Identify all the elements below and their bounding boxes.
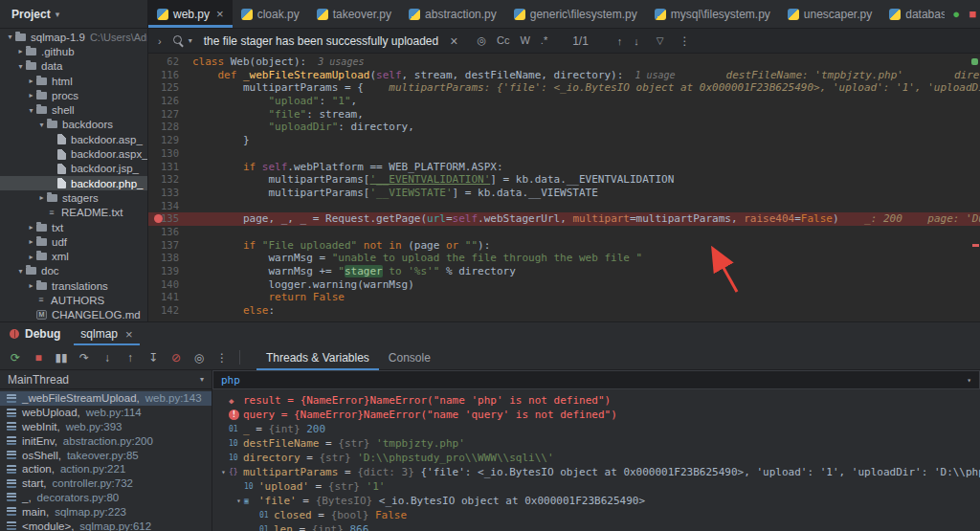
more-icon[interactable]: ⋮ [215,352,229,364]
tree-item-AUTHORS[interactable]: AUTHORS [0,293,147,307]
tree-chevron-icon[interactable]: ▸ [26,237,36,246]
search-toggle[interactable]: Cc [497,34,509,47]
tree-item-README.txt[interactable]: README.txt [0,206,147,220]
tree-item-CHANGELOG.md[interactable]: CHANGELOG.md [0,308,147,321]
search-filter-icon[interactable]: ▽ [657,35,664,46]
frame-row[interactable]: initEnv,abstraction.py:200 [0,433,212,448]
search-more-icon[interactable]: ⋮ [679,34,691,48]
tree-chevron-icon[interactable]: ▸ [26,253,36,261]
rerun-icon[interactable]: ⟳ [9,352,22,364]
tree-chevron-icon[interactable]: ▸ [26,91,36,100]
scrollbar[interactable] [970,55,980,321]
tree-item-backdoor.php_[interactable]: backdoor.php_ [0,176,147,190]
variable-row[interactable]: !query = {NameError}NameError("name 'que… [212,408,980,422]
search-toggle[interactable]: ◎ [477,34,486,47]
tab-close-icon[interactable]: × [216,7,224,21]
search-icon[interactable] [173,35,185,47]
code-line-137[interactable]: 137 if "File uploaded" not in (page or "… [148,239,980,253]
tree-item-backdoor.asp_[interactable]: backdoor.asp_ [0,132,147,146]
variable-row[interactable]: 10destFileName = {str} 'tmpbjzty.php' [212,436,980,451]
tree-item-backdoor.aspx_[interactable]: backdoor.aspx_ [0,146,147,161]
variable-row[interactable]: ◆result = {NameError}NameError("name 'ph… [212,393,980,408]
stop-indicator-icon[interactable]: ■ [969,8,976,20]
search-prev-icon[interactable]: ↑ [617,35,623,47]
code-line-142[interactable]: 142 else: [148,304,980,318]
code-line-134[interactable]: 134 [148,200,980,213]
frame-row[interactable]: _webFileStreamUpload,web.py:143 [0,391,212,406]
frame-row[interactable]: action,action.py:221 [0,462,212,476]
tree-item-xml[interactable]: ▸xml [0,249,147,263]
run-to-cursor-icon[interactable]: ↧ [146,352,160,364]
frame-row[interactable]: webUpload,web.py:114 [0,406,212,420]
tree-chevron-icon[interactable]: ▾ [36,121,47,129]
tree-item-shell[interactable]: ▾shell [0,102,147,117]
step-out-icon[interactable]: ↑ [123,352,137,364]
variable-row[interactable]: ▾{}multipartParams = {dict: 3} {'file': … [212,465,980,479]
run-indicator-icon[interactable]: ● [952,8,960,20]
search-input[interactable]: the file stager has been successfully up… [204,34,439,48]
tab-Console[interactable]: Console [379,345,440,370]
view-breakpoints-icon[interactable]: ◎ [192,352,206,364]
tree-item-html[interactable]: ▸html [0,74,147,88]
tab-cloak.py[interactable]: cloak.py [233,0,308,28]
tree-chevron-icon[interactable]: ▸ [26,281,36,290]
tree-chevron-icon[interactable]: ▸ [26,77,36,85]
tab-mysql\filesystem.py[interactable]: mysql\filesystem.py [646,0,779,28]
code-line-140[interactable]: 140 logger.warning(warnMsg) [148,278,980,292]
tree-chevron-icon[interactable]: ▾ [26,106,36,115]
tab-Threads & Variables[interactable]: Threads & Variables [256,345,379,370]
code-line-125[interactable]: 125 multipartParams = { multipartParams:… [148,81,980,95]
tree-item-doc[interactable]: ▾doc [0,264,147,278]
tree-chevron-icon[interactable]: ▸ [36,193,47,202]
frame-row[interactable]: start,controller.py:732 [0,476,212,491]
tree-chevron-icon[interactable]: ▸ [15,47,26,55]
code-line-116[interactable]: 116 def _webFileStreamUpload(self, strea… [148,69,980,82]
tree-item-udf[interactable]: ▸udf [0,234,147,249]
frame-row[interactable]: _,decorators.py:80 [0,491,212,505]
tree-item-stagers[interactable]: ▸stagers [0,190,147,205]
code-line-131[interactable]: 131 if self.webPlatform == WEB_PLATFORM.… [148,161,980,174]
code-line-133[interactable]: 133 multipartParams['__VIEWSTATE'] = kb.… [148,187,980,200]
code-line-132[interactable]: 132 multipartParams['__EVENTVALIDATION']… [148,173,980,187]
tree-item-procs[interactable]: ▸procs [0,88,147,102]
variable-row[interactable]: 01_ = {int} 200 [212,422,980,436]
frame-row[interactable]: osShell,takeover.py:85 [0,448,212,462]
code-line-135[interactable]: 135 page, _, _ = Request.getPage(url=sel… [148,212,980,226]
variable-row[interactable]: 01len = {int} 866 [212,522,980,531]
search-toggle[interactable]: .* [541,34,547,47]
step-over-icon[interactable]: ↷ [78,352,91,364]
tab-takeover.py[interactable]: takeover.py [308,0,400,28]
pause-icon[interactable]: ▮▮ [55,352,68,364]
tree-item-sqlmap-1.9[interactable]: ▾sqlmap-1.9C:\Users\Administr [0,30,147,44]
tree-chevron-icon[interactable]: ▾ [5,33,15,41]
variable-row[interactable]: 01closed = {bool} False [212,508,980,522]
code-line-62[interactable]: 62class Web(object): 3 usages [148,55,980,69]
frame-row[interactable]: main,sqlmap.py:223 [0,504,212,519]
code-line-128[interactable]: 128 "uploadDir": directory, [148,121,980,134]
mute-breakpoints-icon[interactable]: ⊘ [169,352,183,364]
code-line-138[interactable]: 138 warnMsg = "unable to upload the file… [148,252,980,265]
code-line-141[interactable]: 141 return False [148,291,980,304]
tree-item-data[interactable]: ▾data [0,59,147,74]
project-tool-button[interactable]: Project ▾ [0,0,148,28]
tab-web.py[interactable]: web.py× [148,0,233,28]
tree-item-backdoor.jsp_[interactable]: backdoor.jsp_ [0,162,147,176]
expander-icon[interactable]: ▾ [234,497,244,505]
session-tab-close-icon[interactable]: × [125,327,133,342]
code-line-130[interactable]: 130 [148,147,980,161]
tab-sqlmap-session[interactable]: sqlmap × [74,322,139,345]
frame-row[interactable]: <module>,sqlmap.py:612 [0,519,212,531]
tree-chevron-icon[interactable]: ▾ [15,267,26,276]
code-line-129[interactable]: 129 } [148,134,980,147]
variable-row[interactable]: 10directory = {str} 'D:\\phpstudy_pro\\W… [212,451,980,465]
tree-item-.github[interactable]: ▸.github [0,44,147,58]
tree-item-translations[interactable]: ▸translations [0,278,147,293]
code-line-136[interactable]: 136 [148,226,980,239]
breakpoint-icon[interactable] [154,214,163,223]
tab-unescaper.py[interactable]: unescaper.py [779,0,880,28]
code-line-127[interactable]: 127 "file": stream, [148,108,980,122]
code-line-139[interactable]: 139 warnMsg += "stager to '%s'" % direct… [148,265,980,278]
search-expand-chevron-icon[interactable]: › [158,35,162,47]
variable-row[interactable]: ▾▣'file' = {BytesIO} <_io.BytesIO object… [212,494,980,508]
tab-databases.py[interactable]: databases.py [880,0,945,28]
